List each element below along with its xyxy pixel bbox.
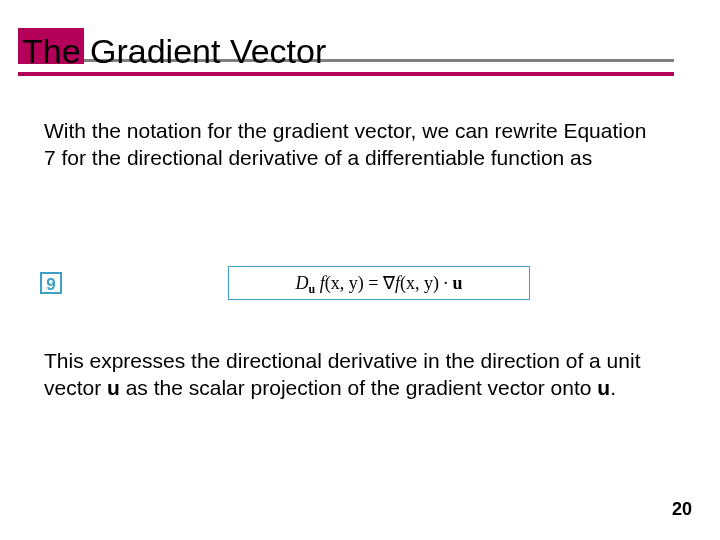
eq-args-left: (x, y): [325, 273, 364, 293]
eq-equals: =: [364, 273, 383, 293]
page-number: 20: [672, 499, 692, 520]
equation-number-box: 9: [40, 272, 62, 294]
title-underline: [18, 72, 674, 76]
p2-u1: u: [107, 376, 120, 399]
closing-paragraph: This expresses the directional derivativ…: [44, 348, 654, 402]
eq-sub-u: u: [309, 282, 316, 296]
slide-title: The Gradient Vector: [22, 32, 326, 71]
eq-u: u: [452, 273, 462, 293]
p2-u2: u: [597, 376, 610, 399]
eq-dot: ·: [439, 273, 453, 293]
eq-args-right: (x, y): [400, 273, 439, 293]
p2-c: .: [610, 376, 616, 399]
eq-D: D: [296, 273, 309, 293]
intro-paragraph: With the notation for the gradient vecto…: [44, 118, 654, 172]
p2-b: as the scalar projection of the gradient…: [120, 376, 597, 399]
eq-nabla: ∇: [383, 273, 395, 293]
slide: The Gradient Vector With the notation fo…: [0, 0, 720, 540]
equation-content: Du f(x, y) = ∇f(x, y) · u: [235, 266, 523, 300]
